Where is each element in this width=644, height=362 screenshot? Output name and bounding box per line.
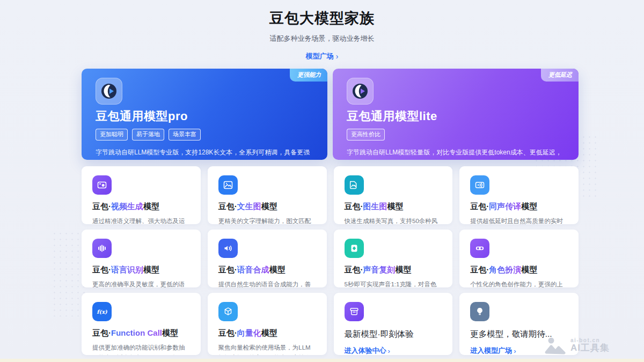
ai-bot-logo-icon — [544, 336, 567, 354]
model-plaza-link[interactable]: 进入模型广场› — [470, 346, 516, 355]
model-card-title: 豆包·图生图模型 — [345, 202, 442, 212]
waveform-icon — [92, 239, 112, 258]
picture-icon — [218, 175, 238, 195]
model-plaza-link[interactable]: 模型广场› — [306, 51, 339, 61]
hero-card-doubao-pro[interactable]: 更强能力 豆包通用模型pro 更加聪明 易于落地 场景丰富 字节跳动自研LLM模… — [82, 69, 327, 160]
hero-tag-list: 更高性价比 — [347, 129, 565, 141]
mask-icon — [470, 239, 489, 258]
model-card-description: 个性化的角色创作能力，更强的上下文感知和剧情推动能力，满足灵活的角色扮演需求。 — [470, 279, 568, 287]
model-card-description: 5秒即可实现声音1:1克隆，对音色相似度和自然度进行高度还原，支持声音的跨语种迁… — [345, 279, 442, 287]
watermark-name: AI工具集 — [570, 343, 610, 353]
hero-tag: 更高性价比 — [347, 129, 385, 141]
model-card-description: 更高的准确率及灵敏度，更低的语音识别延迟，支持多语种的正确识别。 — [92, 279, 190, 287]
box-icon — [345, 302, 364, 321]
chevron-right-icon: › — [336, 52, 339, 61]
model-card-text-to-image[interactable]: 豆包·文生图模型 更精美的文字理解能力，图文匹配更准确，画面效果更优美，擅长对中… — [208, 166, 327, 224]
hero-card-title: 豆包通用模型lite — [347, 108, 565, 124]
model-card-function-call[interactable]: f(x) 豆包·Function Call模型 提供更加准确的功能识别和参数抽取… — [82, 293, 201, 355]
hero-card-description: 字节跳动自研LLM模型专业版，支持128K长文本，全系列可精调，具备更强的理解、… — [96, 147, 313, 160]
chevron-right-icon: › — [514, 347, 516, 355]
model-card-title: 豆包·Function Call模型 — [92, 328, 190, 338]
doubao-logo-icon — [96, 78, 122, 105]
model-card-roleplay[interactable]: 豆包·角色扮演模型 个性化的角色创作能力，更强的上下文感知和剧情推动能力，满足灵… — [459, 230, 579, 287]
watermark: ai-bot.cn AI工具集 — [544, 336, 610, 354]
speaker-icon — [218, 239, 238, 258]
page-header: 豆包大模型家族 适配多种业务场景，驱动业务增长 模型广场› — [0, 9, 644, 61]
model-card-description: 更精美的文字理解能力，图文匹配更准确，画面效果更优美，擅长对中国文化元素的创作。 — [218, 216, 316, 224]
model-card-voice-cloning[interactable]: 豆包·声音复刻模型 5秒即可实现声音1:1克隆，对音色相似度和自然度进行高度还原… — [334, 230, 453, 287]
model-card-simultaneous-interpretation[interactable]: 豆包·同声传译模型 提供超低延时且自然高质量的实时翻译，支持跨语言同音色翻译，打… — [459, 166, 579, 224]
doubao-logo-icon — [347, 78, 374, 105]
corner-ribbon: 更强能力 — [290, 69, 327, 82]
page-title: 豆包大模型家族 — [0, 9, 644, 28]
cube-icon — [218, 302, 238, 321]
model-card-description: 提供自然生动的语音合成能力，善于表达多种情绪，演绎多种场景。 — [218, 279, 316, 287]
model-card-title: 豆包·声音复刻模型 — [345, 265, 442, 275]
model-card-description: 提供超低延时且自然高质量的实时翻译，支持跨语言同音色翻译，打破沟通中的语言壁垒。 — [470, 216, 568, 224]
model-card-title: 豆包·角色扮演模型 — [470, 265, 568, 275]
hero-tag: 易于落地 — [132, 129, 164, 141]
svg-text:f(x): f(x) — [97, 309, 107, 315]
model-card-title: 豆包·同声传译模型 — [470, 202, 568, 212]
hero-tag: 场景丰富 — [169, 129, 201, 141]
model-card-speech-recognition[interactable]: 豆包·语言识别模型 更高的准确率及灵敏度，更低的语音识别延迟，支持多语种的正确识… — [82, 230, 201, 287]
bottom-strip-decoration — [0, 359, 644, 362]
model-card-title: 豆包·视频生成模型 — [92, 202, 190, 212]
hero-cards-row: 更强能力 豆包通用模型pro 更加聪明 易于落地 场景丰富 字节跳动自研LLM模… — [82, 69, 579, 160]
hero-tag: 更加聪明 — [96, 129, 128, 141]
hero-card-description: 字节跳动自研LLM模型轻量版，对比专业版提供更低token成本、更低延迟，为企业… — [347, 147, 565, 160]
model-card-title: 豆包·语言识别模型 — [92, 265, 190, 275]
corner-ribbon: 更低延迟 — [541, 69, 579, 82]
image-document-icon — [345, 175, 364, 195]
video-camera-icon — [92, 175, 112, 195]
model-card-title: 豆包·向量化模型 — [218, 328, 316, 338]
cta-card-title: 最新模型·即刻体验 — [345, 329, 442, 340]
model-card-speech-synthesis[interactable]: 豆包·语音合成模型 提供自然生动的语音合成能力，善于表达多种情绪，演绎多种场景。 — [208, 230, 327, 287]
lightbulb-icon — [470, 302, 489, 321]
model-card-title: 豆包·文生图模型 — [218, 202, 316, 212]
voice-clone-icon — [345, 239, 364, 258]
cta-card-experience-center[interactable]: 最新模型·即刻体验 进入体验中心› — [334, 293, 453, 355]
model-card-description: 通过精准语义理解、强大动态及运镜能力创作高质量视频，支持文本和图片生成两种模式。 — [92, 216, 190, 224]
model-cards-grid: 豆包·视频生成模型 通过精准语义理解、强大动态及运镜能力创作高质量视频，支持文本… — [82, 166, 579, 355]
function-icon: f(x) — [92, 302, 112, 321]
chevron-right-icon: › — [388, 347, 390, 355]
model-card-video-generation[interactable]: 豆包·视频生成模型 通过精准语义理解、强大动态及运镜能力创作高质量视频，支持文本… — [82, 166, 201, 224]
model-card-title: 豆包·语音合成模型 — [218, 265, 316, 275]
experience-center-link[interactable]: 进入体验中心› — [345, 346, 390, 355]
hero-card-doubao-lite[interactable]: 更低延迟 豆包通用模型lite 更高性价比 字节跳动自研LLM模型轻量版，对比专… — [333, 69, 579, 160]
model-card-embedding[interactable]: 豆包·向量化模型 聚焦向量检索的使用场景，为LLM知识库提供核心理解能力，支持多… — [208, 293, 327, 355]
model-card-description: 聚焦向量检索的使用场景，为LLM知识库提供核心理解能力，支持多语言。 — [218, 343, 316, 355]
model-card-description: 提供更加准确的功能识别和参数抽取能力，适合复杂工具调用的场景。 — [92, 343, 190, 355]
hero-tag-list: 更加聪明 易于落地 场景丰富 — [96, 129, 313, 141]
page-subtitle: 适配多种业务场景，驱动业务增长 — [0, 34, 644, 43]
hero-card-title: 豆包通用模型pro — [96, 108, 313, 124]
interpretation-sound-icon — [470, 175, 489, 195]
model-card-description: 快速生成精美写真，支持50余种风格变换，并对图片实现扩图、重绘、涂抹等创意延展。 — [345, 216, 442, 224]
model-card-image-to-image[interactable]: 豆包·图生图模型 快速生成精美写真，支持50余种风格变换，并对图片实现扩图、重绘… — [334, 166, 453, 224]
